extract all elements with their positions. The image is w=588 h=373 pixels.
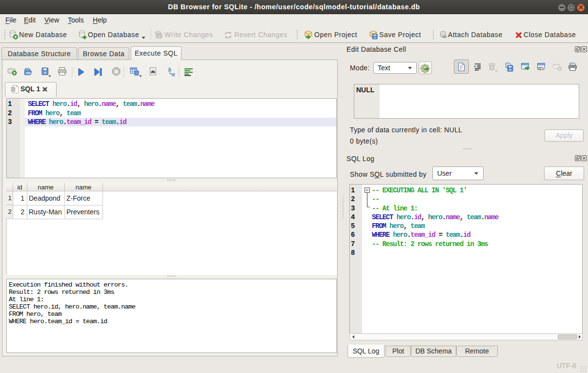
svg-text:a: a	[172, 70, 175, 78]
svg-text:b: b	[168, 66, 171, 73]
